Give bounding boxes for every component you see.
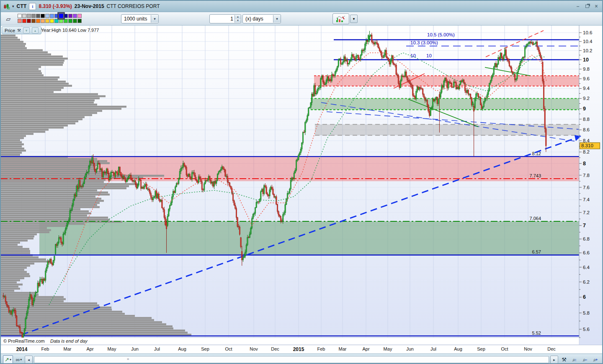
scroll-left-button[interactable]: ◂ <box>25 356 33 364</box>
chart-type-button[interactable] <box>332 13 349 24</box>
color-swatch-ffffff[interactable] <box>18 14 22 18</box>
candle-body <box>80 186 81 187</box>
color-swatch-00ccbb[interactable] <box>54 19 59 23</box>
move-down-icon[interactable]: ▾ <box>23 27 30 33</box>
candle-body <box>112 172 113 172</box>
color-swatch-3355ee[interactable] <box>54 14 59 18</box>
time-axis-label-may: May <box>108 346 116 351</box>
zoom-fit-button[interactable]: ⌕↕ <box>570 356 579 364</box>
candle-body <box>106 169 107 173</box>
pitchfork-tool[interactable]: ⋔ <box>3 0 14 3</box>
zoom-out-button[interactable]: ⌕− <box>580 356 590 364</box>
color-swatch-ee2211[interactable] <box>22 19 26 23</box>
color-swatch-77ee55[interactable] <box>59 19 63 23</box>
candle-body <box>517 72 518 79</box>
candle-body <box>450 82 451 83</box>
candle-body <box>528 44 528 44</box>
color-swatch-ff88cc[interactable] <box>77 14 82 18</box>
color-swatch-ff7711[interactable] <box>36 19 40 23</box>
gray-zone-8.5-8.7 <box>315 124 579 135</box>
candle-body <box>502 58 503 60</box>
candle-body <box>479 97 480 97</box>
candle-body <box>257 202 258 202</box>
color-swatch-118811[interactable] <box>73 19 77 23</box>
color-swatch-7711bb[interactable] <box>68 14 72 18</box>
candle-body <box>335 72 335 76</box>
candle-body <box>410 83 411 85</box>
price-axis-label-8.6: 8.6 <box>583 127 590 132</box>
candle-body <box>68 220 69 222</box>
candle-body <box>467 90 468 93</box>
zoom-in-button[interactable]: ⌕+ <box>591 356 600 364</box>
candle-body <box>125 179 126 182</box>
volume-profile-bar <box>1 330 185 332</box>
candle-body <box>298 155 299 160</box>
info-icon[interactable]: i <box>29 3 36 10</box>
candle-body <box>63 234 64 244</box>
chart-settings-button[interactable]: ⚒ <box>559 356 569 364</box>
volume-profile-bar <box>1 183 139 185</box>
horizontal-scrollbar[interactable]: ≡ <box>34 356 549 363</box>
units-dropdown[interactable]: 1000 units ▾ <box>121 14 159 23</box>
minimize-icon[interactable]: – <box>575 3 581 9</box>
price-chart[interactable]: 8.127.7437.0646.575.5210.5 (5.00%)10.3 (… <box>1 26 603 345</box>
move-up-icon[interactable]: ▴ <box>32 27 39 33</box>
candle-body <box>270 187 271 190</box>
candle-body <box>27 308 28 313</box>
close-icon[interactable]: × <box>593 3 600 9</box>
period-dropdown-caret[interactable]: ▾ <box>273 15 281 23</box>
chart-type-caret[interactable]: ▾ <box>350 15 358 23</box>
export-chart-button[interactable]: ↗▾ <box>3 355 13 364</box>
color-swatch-adadad[interactable] <box>27 14 31 18</box>
color-swatch-5a5a5a[interactable] <box>36 14 40 18</box>
color-swatch-000000[interactable] <box>41 14 45 18</box>
price-panel-tab[interactable]: Price ⚒ ▾ ▴ <box>2 26 41 34</box>
scroll-right-button[interactable]: ▸ <box>550 356 558 364</box>
color-swatch-a9c7f2[interactable] <box>45 14 49 18</box>
color-swatch-0000ff[interactable] <box>59 13 64 19</box>
candle-body <box>341 64 342 64</box>
color-swatch-000099[interactable] <box>64 14 68 18</box>
volume-profile-bar <box>1 175 164 177</box>
candle-body <box>351 54 352 60</box>
bars-count-spinner[interactable]: 1 ▴▾ <box>209 14 241 23</box>
volume-profile-bar <box>1 106 126 108</box>
color-swatch-11aa22[interactable] <box>68 19 72 23</box>
color-swatch-ffee11[interactable] <box>50 19 54 23</box>
volume-profile-bar <box>1 181 104 183</box>
color-swatch-d6d6d6[interactable] <box>22 14 26 18</box>
color-swatch-8a8a8a[interactable] <box>31 14 36 18</box>
period-dropdown[interactable]: (x) days ▾ <box>242 14 281 23</box>
units-dropdown-caret[interactable]: ▾ <box>151 15 158 23</box>
color-swatch-ffcc33[interactable] <box>45 19 49 23</box>
candle-body <box>275 197 276 197</box>
color-swatch-884411[interactable] <box>31 19 36 23</box>
chart-area[interactable]: 8.127.7437.0646.575.5210.5 (5.00%)10.3 (… <box>1 26 602 345</box>
color-swatch-ffaa66[interactable] <box>41 19 45 23</box>
wrench-icon[interactable]: ⚒ <box>17 28 21 33</box>
candle-body <box>204 184 204 190</box>
color-swatch-9944ee[interactable] <box>73 14 77 18</box>
link-instrument-button[interactable]: ∞▾ <box>14 356 23 364</box>
candle-body <box>337 67 338 69</box>
candle-body <box>126 180 127 182</box>
candle-body <box>331 74 332 81</box>
spinner-arrows[interactable]: ▴▾ <box>234 15 241 23</box>
color-swatch-6699ff[interactable] <box>50 14 54 18</box>
restore-icon[interactable] <box>584 3 590 9</box>
color-swatch-f08878[interactable] <box>18 19 22 23</box>
candle-body <box>175 187 176 193</box>
ruler-tool[interactable]: ▱ <box>3 13 14 24</box>
pattern-tool[interactable]: ≈ <box>3 3 14 13</box>
candle-body <box>256 203 257 208</box>
window-titlebar[interactable]: ▾ CTT i 8.310 (-3.93%) 23-Nov-2015 CTT C… <box>1 1 602 12</box>
candle-body <box>532 42 533 44</box>
candle-body <box>312 94 312 103</box>
color-swatch-990000[interactable] <box>27 19 31 23</box>
candle-body <box>482 107 483 109</box>
candle-body <box>314 86 314 96</box>
color-swatch-33cc33[interactable] <box>64 19 68 23</box>
candle-body <box>227 176 228 182</box>
color-swatch-055505[interactable] <box>77 19 82 23</box>
scrollbar-grip[interactable]: ≡ <box>127 356 129 362</box>
